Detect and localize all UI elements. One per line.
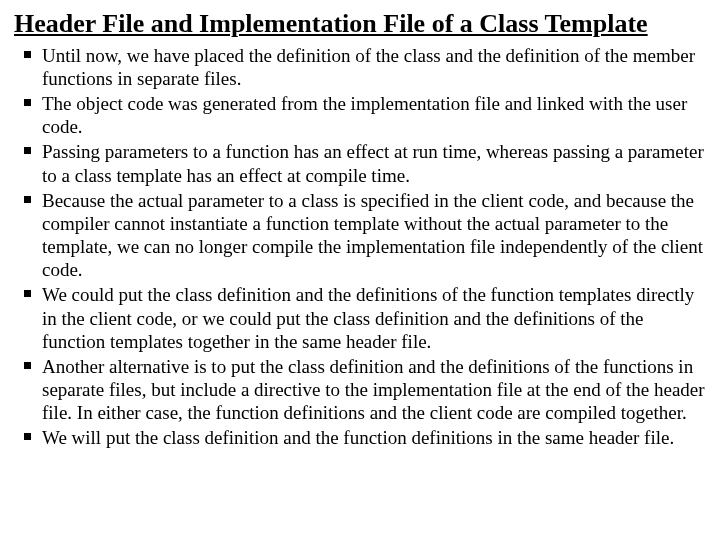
list-item: Until now, we have placed the definition…: [42, 44, 706, 90]
list-item: The object code was generated from the i…: [42, 92, 706, 138]
list-item: Passing parameters to a function has an …: [42, 140, 706, 186]
list-item: We will put the class definition and the…: [42, 426, 706, 449]
list-item: Because the actual parameter to a class …: [42, 189, 706, 282]
slide-title: Header File and Implementation File of a…: [14, 8, 706, 40]
bullet-list: Until now, we have placed the definition…: [14, 44, 706, 450]
list-item: Another alternative is to put the class …: [42, 355, 706, 425]
list-item: We could put the class definition and th…: [42, 283, 706, 353]
